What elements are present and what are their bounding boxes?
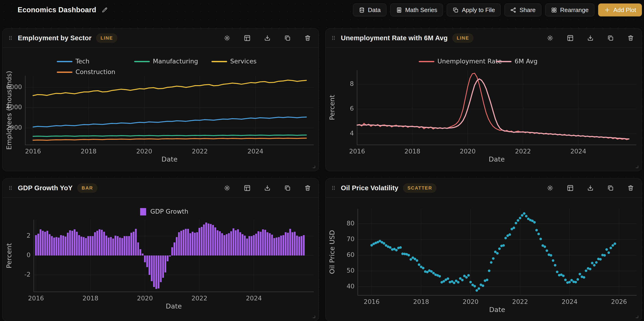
math-series-button-label: Math Series — [405, 6, 438, 14]
duplicate-button[interactable] — [606, 33, 615, 42]
oil-chart-canvas — [326, 198, 642, 321]
panel-title: Unemployment Rate with 6M Avg — [341, 34, 448, 42]
apply-to-file-button-label: Apply to File — [462, 6, 495, 14]
header-actions: Data Math Series Apply to File Share Rea… — [353, 3, 642, 17]
delete-button[interactable] — [626, 184, 635, 193]
panel-header: Employment by Sector LINE — [2, 28, 319, 48]
panel-type-badge: BAR — [77, 183, 97, 193]
add-plot-button[interactable]: Add Plot — [598, 3, 642, 16]
gdp-chart-canvas — [2, 198, 319, 321]
settings-button[interactable] — [222, 184, 232, 193]
drag-handle-icon[interactable] — [331, 185, 336, 191]
download-button[interactable] — [586, 33, 595, 42]
employment-chart-canvas — [2, 48, 319, 171]
delete-button[interactable] — [303, 184, 312, 193]
app-header: Economics Dashboard Data Math Series App… — [0, 0, 644, 28]
panel-title: Employment by Sector — [18, 34, 92, 42]
math-series-button[interactable]: Math Series — [390, 3, 443, 16]
data-button[interactable]: Data — [353, 3, 386, 16]
panel-unemployment-rate: Unemployment Rate with 6M Avg LINE — [325, 28, 642, 171]
duplicate-button[interactable] — [283, 184, 292, 193]
delete-button[interactable] — [626, 33, 635, 42]
settings-button[interactable] — [222, 33, 232, 42]
resize-handle-icon[interactable] — [634, 164, 640, 169]
page-title: Economics Dashboard — [18, 6, 96, 14]
panel-gdp-growth: GDP Growth YoY BAR — [2, 178, 319, 321]
panel-employment-by-sector: Employment by Sector LINE — [2, 28, 319, 171]
panel-header: GDP Growth YoY BAR — [2, 178, 319, 198]
table-view-button[interactable] — [243, 33, 252, 42]
download-button[interactable] — [586, 184, 595, 193]
download-button[interactable] — [263, 184, 272, 193]
share-button[interactable]: Share — [504, 3, 541, 16]
resize-handle-icon[interactable] — [634, 314, 640, 320]
panel-type-badge: LINE — [96, 33, 118, 43]
duplicate-button[interactable] — [283, 33, 292, 42]
table-view-button[interactable] — [243, 184, 252, 193]
edit-title-icon[interactable] — [102, 7, 108, 13]
settings-button[interactable] — [546, 184, 554, 193]
panel-title: Oil Price Volatility — [341, 184, 398, 192]
rearrange-button[interactable]: Rearrange — [545, 3, 594, 16]
dashboard-grid: Employment by Sector LINE Unemployment R… — [0, 28, 644, 321]
share-button-label: Share — [520, 6, 536, 14]
resize-handle-icon[interactable] — [312, 164, 316, 169]
delete-button[interactable] — [303, 33, 312, 42]
drag-handle-icon[interactable] — [8, 185, 13, 191]
rearrange-button-label: Rearrange — [560, 6, 589, 14]
duplicate-button[interactable] — [606, 184, 615, 193]
unemployment-chart-canvas — [326, 48, 642, 171]
data-button-label: Data — [368, 6, 381, 14]
download-button[interactable] — [263, 33, 272, 42]
panel-type-badge: LINE — [452, 33, 474, 43]
table-view-button[interactable] — [566, 33, 575, 42]
table-view-button[interactable] — [566, 184, 575, 193]
drag-handle-icon[interactable] — [8, 35, 13, 41]
panel-header: Oil Price Volatility SCATTER — [326, 178, 642, 198]
settings-button[interactable] — [546, 33, 554, 42]
resize-handle-icon[interactable] — [312, 314, 316, 320]
add-plot-button-label: Add Plot — [614, 6, 636, 14]
panel-type-badge: SCATTER — [403, 183, 436, 193]
panel-oil-price: Oil Price Volatility SCATTER — [325, 178, 642, 321]
drag-handle-icon[interactable] — [331, 35, 336, 41]
panel-title: GDP Growth YoY — [18, 184, 72, 192]
apply-to-file-button[interactable]: Apply to File — [447, 3, 501, 16]
panel-header: Unemployment Rate with 6M Avg LINE — [326, 28, 642, 48]
